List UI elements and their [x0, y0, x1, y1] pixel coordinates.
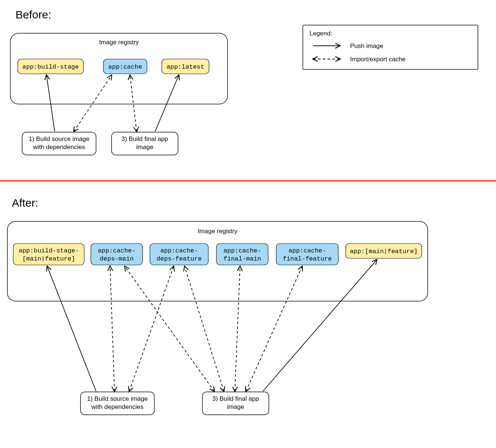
tag-app-latest: app:latest: [162, 59, 209, 74]
after-step3-l1: 3) Build final app: [212, 395, 259, 402]
tag-after-cdf-l1: app:cache-: [160, 247, 198, 254]
tag-app-cache-label: app:cache: [108, 63, 142, 70]
before-step3-l1: 3) Build final app: [122, 135, 168, 142]
before-step3: 3) Build final app image: [112, 132, 178, 155]
tag-after-cache-final-main: app:cache- final-main: [216, 244, 268, 265]
tag-after-build-stage-l1: app:build-stage-: [18, 247, 79, 254]
after-step1-l2: with dependencies: [91, 403, 144, 410]
tag-after-cff-l1: app:cache-: [288, 247, 326, 254]
diagram-canvas: Before: Legend: Push image Import/export…: [0, 0, 496, 448]
after-step3-l2: image: [227, 403, 244, 410]
tag-app-cache: app:cache: [103, 59, 147, 74]
tag-after-main-feature: app:[main|feature]: [346, 244, 422, 258]
tag-after-build-stage-l2: [main|feature]: [23, 255, 75, 262]
after-step3: 3) Build final app image: [202, 392, 269, 415]
tag-after-cfm-l1: app:cache-: [223, 247, 261, 254]
legend-title: Legend:: [309, 30, 332, 37]
tag-after-build-stage: app:build-stage- [main|feature]: [13, 244, 84, 265]
tag-after-cdm-l2: deps-main: [100, 255, 134, 262]
tag-after-cache-deps-feature: app:cache- deps-feature: [150, 244, 208, 265]
after-step1: 1) Build source image with dependencies: [81, 392, 154, 415]
after-heading: After:: [12, 197, 38, 209]
tag-after-cfm-l2: final-main: [223, 255, 261, 262]
legend-push-label: Push image: [350, 42, 383, 49]
tag-after-cache-final-feature: app:cache- final-feature: [276, 244, 338, 265]
before-heading: Before:: [16, 8, 51, 21]
tag-after-cdm-l1: app:cache-: [98, 247, 136, 254]
before-registry-title: Image registry: [99, 39, 139, 46]
tag-after-cdf-l2: deps-feature: [157, 255, 202, 262]
before-step3-l2: image: [136, 144, 153, 151]
legend-cache-label: Import/export cache: [350, 56, 406, 63]
tag-after-mf-label: app:[main|feature]: [350, 248, 418, 255]
legend: Legend: Push image Import/export cache: [303, 25, 478, 69]
tag-app-build-stage-label: app:build-stage: [22, 63, 79, 70]
before-step1-l1: 1) Build source image: [29, 135, 89, 142]
after-registry-title: Image registry: [198, 228, 237, 235]
after-step1-l1: 1) Build source image: [87, 395, 148, 402]
tag-after-cache-deps-main: app:cache- deps-main: [91, 244, 143, 265]
before-step1: 1) Build source image with dependencies: [22, 132, 96, 155]
before-step1-l2: with dependencies: [33, 144, 85, 151]
tag-app-latest-label: app:latest: [167, 63, 204, 70]
tag-app-build-stage: app:build-stage: [18, 59, 83, 74]
tag-after-cff-l2: final-feature: [283, 255, 332, 262]
